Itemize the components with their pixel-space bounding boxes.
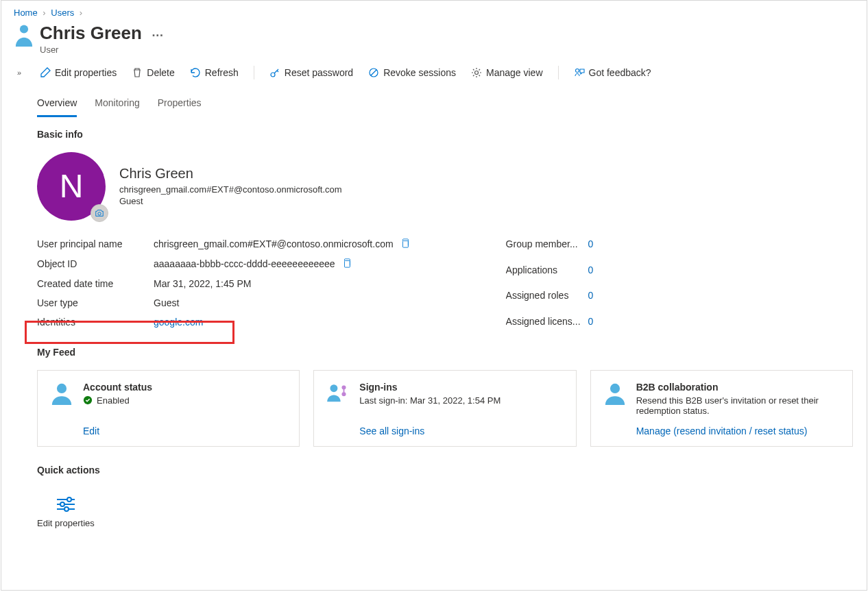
checkmark-icon bbox=[83, 395, 93, 405]
chevron-right-icon: › bbox=[80, 8, 82, 18]
svg-point-11 bbox=[342, 385, 346, 389]
account-status-value: Enabled bbox=[97, 395, 130, 406]
breadcrumb: Home › Users › bbox=[12, 6, 853, 19]
breadcrumb-users[interactable]: Users bbox=[51, 8, 74, 18]
svg-point-3 bbox=[475, 71, 479, 74]
group-memberships-label: Group member... bbox=[506, 238, 588, 249]
svg-point-17 bbox=[60, 502, 64, 506]
sliders-icon bbox=[54, 496, 77, 513]
quick-actions-heading: Quick actions bbox=[37, 465, 853, 476]
svg-point-5 bbox=[98, 212, 101, 214]
basic-info-heading: Basic info bbox=[37, 129, 853, 140]
card-title: Account status bbox=[83, 382, 287, 393]
tab-monitoring[interactable]: Monitoring bbox=[95, 93, 139, 116]
objectid-label: Object ID bbox=[37, 258, 154, 269]
svg-point-13 bbox=[610, 383, 620, 393]
refresh-icon bbox=[190, 67, 201, 78]
svg-point-12 bbox=[342, 392, 346, 396]
assigned-licenses-value[interactable]: 0 bbox=[588, 316, 623, 327]
copy-icon bbox=[400, 238, 410, 248]
created-label: Created date time bbox=[37, 278, 154, 289]
reset-password-label: Reset password bbox=[285, 67, 353, 78]
created-value: Mar 31, 2022, 1:45 PM bbox=[154, 278, 410, 289]
group-memberships-value[interactable]: 0 bbox=[588, 238, 623, 249]
svg-point-15 bbox=[67, 497, 71, 502]
edit-properties-label: Edit properties bbox=[55, 67, 117, 78]
page-title: Chris Green … bbox=[40, 23, 165, 43]
identities-label: Identities bbox=[37, 317, 154, 328]
manage-view-button[interactable]: Manage view bbox=[471, 67, 543, 78]
profile-type: Guest bbox=[119, 196, 342, 206]
applications-value[interactable]: 0 bbox=[588, 264, 623, 275]
camera-upload-button[interactable] bbox=[91, 204, 108, 222]
card-signins: Sign-ins Last sign-in: Mar 31, 2022, 1:5… bbox=[313, 370, 576, 447]
copy-objectid-button[interactable] bbox=[342, 258, 352, 270]
usertype-label: User type bbox=[37, 297, 154, 308]
svg-point-4 bbox=[575, 69, 579, 72]
upn-value: chrisgreen_gmail.com#EXT#@contoso.onmicr… bbox=[154, 238, 410, 250]
last-signin-value: Last sign-in: Mar 31, 2022, 1:54 PM bbox=[359, 395, 563, 406]
breadcrumb-home[interactable]: Home bbox=[14, 8, 38, 18]
reset-password-button[interactable]: Reset password bbox=[269, 67, 353, 78]
feedback-button[interactable]: Got feedback? bbox=[574, 67, 651, 78]
key-icon bbox=[269, 67, 280, 78]
assigned-roles-value[interactable]: 0 bbox=[588, 290, 623, 301]
card-b2b: B2B collaboration Resend this B2B user's… bbox=[590, 370, 853, 447]
svg-rect-7 bbox=[344, 260, 350, 267]
chevron-right-icon: › bbox=[43, 8, 45, 18]
avatar-initial: N bbox=[60, 167, 84, 205]
copy-icon bbox=[342, 258, 352, 268]
refresh-button[interactable]: Refresh bbox=[190, 67, 239, 78]
tab-properties[interactable]: Properties bbox=[158, 93, 202, 116]
toolbar-divider bbox=[254, 66, 254, 79]
person-icon bbox=[603, 382, 627, 436]
profile-name: Chris Green bbox=[119, 166, 342, 182]
profile-upn: chrisgreen_gmail.com#EXT#@contoso.onmicr… bbox=[119, 184, 342, 195]
camera-icon bbox=[95, 208, 104, 218]
card-account-status: Account status Enabled Edit bbox=[37, 370, 300, 447]
svg-rect-6 bbox=[402, 241, 408, 247]
manage-view-label: Manage view bbox=[486, 67, 543, 78]
feedback-label: Got feedback? bbox=[589, 67, 651, 78]
svg-point-0 bbox=[20, 25, 28, 33]
assigned-roles-label: Assigned roles bbox=[506, 290, 588, 301]
upn-label: User principal name bbox=[37, 238, 154, 249]
person-icon bbox=[50, 382, 73, 436]
gear-icon bbox=[471, 67, 482, 78]
objectid-value: aaaaaaaa-bbbb-cccc-dddd-eeeeeeeeeeee bbox=[154, 258, 410, 270]
revoke-sessions-button[interactable]: Revoke sessions bbox=[368, 67, 456, 78]
card-title: Sign-ins bbox=[359, 382, 563, 393]
card-title: B2B collaboration bbox=[636, 382, 840, 393]
edit-account-link[interactable]: Edit bbox=[83, 419, 287, 436]
tab-overview[interactable]: Overview bbox=[37, 93, 77, 117]
pencil-icon bbox=[40, 67, 51, 78]
edit-properties-button[interactable]: Edit properties bbox=[40, 67, 117, 78]
page-subtitle: User bbox=[40, 45, 165, 55]
copy-upn-button[interactable] bbox=[400, 238, 410, 250]
trash-icon bbox=[132, 67, 143, 78]
identities-value[interactable]: google.com bbox=[154, 317, 410, 328]
revoke-icon bbox=[368, 67, 379, 78]
page-title-text: Chris Green bbox=[40, 23, 142, 43]
person-icon bbox=[14, 23, 34, 49]
quick-edit-properties-label: Edit properties bbox=[37, 518, 95, 528]
feedback-icon bbox=[574, 67, 585, 78]
more-menu-button[interactable]: … bbox=[152, 26, 165, 40]
assigned-licenses-label: Assigned licens... bbox=[506, 316, 588, 327]
revoke-sessions-label: Revoke sessions bbox=[383, 67, 456, 78]
see-all-signins-link[interactable]: See all sign-ins bbox=[359, 419, 563, 436]
quick-edit-properties-button[interactable]: Edit properties bbox=[37, 496, 95, 528]
svg-point-10 bbox=[330, 384, 338, 392]
avatar: N bbox=[37, 152, 106, 221]
svg-point-19 bbox=[64, 507, 69, 511]
signins-icon bbox=[326, 382, 350, 436]
b2b-description: Resend this B2B user's invitation or res… bbox=[636, 395, 840, 416]
toolbar-divider bbox=[558, 66, 559, 79]
applications-label: Applications bbox=[506, 264, 588, 275]
my-feed-heading: My Feed bbox=[37, 347, 853, 358]
usertype-value: Guest bbox=[154, 297, 410, 308]
refresh-label: Refresh bbox=[205, 67, 239, 78]
delete-button[interactable]: Delete bbox=[132, 67, 174, 78]
manage-b2b-link[interactable]: Manage (resend invitation / reset status… bbox=[636, 419, 840, 436]
expand-sidebar-button[interactable]: » bbox=[12, 69, 26, 77]
